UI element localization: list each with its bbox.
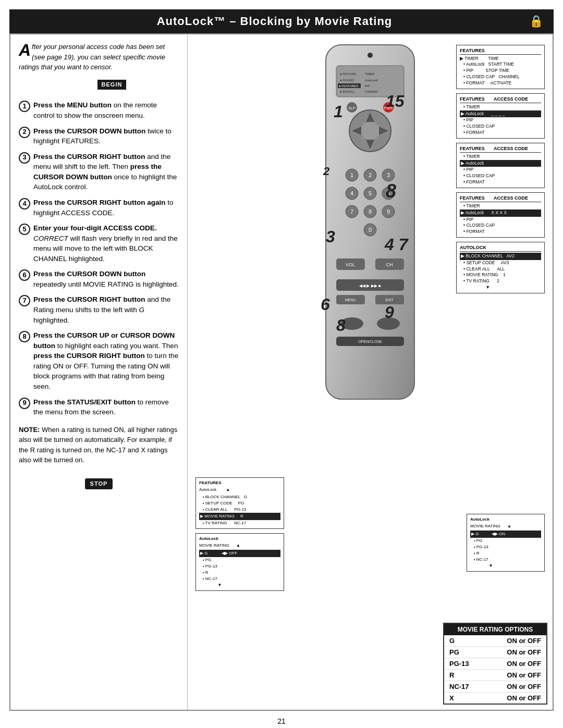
begin-badge: BEGIN bbox=[97, 80, 127, 90]
rating-row-x: X ON or OFF bbox=[444, 693, 546, 704]
svg-text:VOL: VOL bbox=[346, 262, 355, 267]
step-8: 8 Press the CURSOR UP or CURSOR DOWN but… bbox=[19, 330, 179, 391]
step-num-7: 7 bbox=[19, 295, 30, 306]
svg-text:CH: CH bbox=[386, 262, 393, 267]
rating-r-option: ON or OFF bbox=[507, 671, 541, 679]
step-num-3: 3 bbox=[19, 152, 30, 164]
step-num-5: 5 bbox=[19, 224, 30, 235]
step-8-bold: Press the CURSOR UP or CURSOR DOWN butto… bbox=[33, 331, 175, 350]
step-overlay-8: 8 bbox=[386, 180, 396, 202]
rating-pg-option: ON or OFF bbox=[507, 648, 541, 656]
rating-row-r: R ON or OFF bbox=[444, 670, 546, 681]
rating-pg13-label: PG-13 bbox=[449, 660, 478, 668]
step-overlay-9: 9 bbox=[385, 303, 394, 322]
step-num-1: 1 bbox=[19, 101, 30, 112]
final-movie-rating-screen: AutoLock MOVIE RATING ▲ ▶ G ◀▶ ON • PG •… bbox=[467, 514, 545, 572]
rating-row-nc17: NC-17 ON or OFF bbox=[444, 681, 546, 693]
screen-features-3: FEATURES ACCESS CODE • TIMER ▶ AutoLock … bbox=[456, 143, 545, 188]
step-6: 6 Press the CURSOR DOWN button repeatedl… bbox=[19, 269, 179, 289]
svg-text:3: 3 bbox=[387, 172, 390, 178]
screen-features-4: FEATURES ACCESS CODE • TIMER ▶ AutoLock … bbox=[456, 192, 545, 238]
step-5: 5 Enter your four-digit ACCESS CODE. COR… bbox=[19, 223, 179, 264]
intro-text: A fter your personal access code has bee… bbox=[19, 42, 179, 72]
step-5-bold: Enter your four-digit ACCESS CODE. bbox=[33, 224, 157, 232]
rating-row-g: G ON or OFF bbox=[444, 635, 546, 647]
rating-g-label: G bbox=[449, 637, 478, 645]
step-overlay-34: 4 7 bbox=[385, 235, 408, 254]
svg-text:EXIT: EXIT bbox=[385, 298, 394, 302]
step-num-8: 8 bbox=[19, 331, 30, 342]
step-4: 4 Press the CURSOR RIGHT button again to… bbox=[19, 198, 179, 218]
rating-x-option: ON or OFF bbox=[507, 694, 541, 702]
step-1: 1 Press the MENU button on the remote co… bbox=[19, 100, 179, 120]
rating-pg13-option: ON or OFF bbox=[507, 660, 541, 668]
rating-g-option: ON or OFF bbox=[507, 637, 541, 645]
svg-text:● FEATURES: ● FEATURES bbox=[339, 84, 358, 88]
step-overlay-1: 1 bbox=[334, 102, 343, 121]
svg-text:AutoLock: AutoLock bbox=[365, 79, 378, 82]
step-2-bold: Press the CURSOR DOWN button bbox=[33, 127, 145, 135]
step-7: 7 Press the CURSOR RIGHT button and the … bbox=[19, 294, 179, 325]
svg-point-13 bbox=[361, 121, 380, 140]
step-3: 3 Press the CURSOR RIGHT button and the … bbox=[19, 152, 179, 192]
step-2: 2 Press the CURSOR DOWN button twice to … bbox=[19, 126, 179, 146]
step-overlay-15: 15 bbox=[386, 92, 405, 111]
step-4-bold: Press the CURSOR RIGHT button again bbox=[33, 199, 166, 206]
note-label: NOTE: bbox=[19, 426, 40, 434]
svg-text:● PICTURE: ● PICTURE bbox=[340, 72, 357, 76]
note-section: NOTE: When a rating is turned ON, all hi… bbox=[19, 425, 179, 489]
svg-text:SLP: SLP bbox=[348, 106, 356, 110]
svg-text:8: 8 bbox=[369, 208, 372, 215]
main-container: A fter your personal access code has bee… bbox=[9, 33, 554, 711]
svg-text:FORMAT: FORMAT bbox=[365, 90, 378, 93]
page-header: AutoLock™ – Blocking by Movie Rating 🔒 bbox=[9, 9, 554, 33]
svg-text:MENU: MENU bbox=[345, 298, 356, 302]
rating-r-label: R bbox=[449, 671, 478, 679]
rating-options-table: Movie Rating Options G ON or OFF PG ON o… bbox=[443, 623, 547, 705]
rating-row-pg: PG ON or OFF bbox=[444, 647, 546, 658]
rating-nc17-option: ON or OFF bbox=[507, 683, 541, 690]
svg-text:● INSTALL: ● INSTALL bbox=[340, 90, 356, 93]
svg-text:7: 7 bbox=[350, 208, 353, 215]
step-9: 9 Press the STATUS/EXIT button to remove… bbox=[19, 397, 179, 417]
svg-text:OPEN/CLOSE: OPEN/CLOSE bbox=[358, 340, 382, 343]
svg-text:TIMER: TIMER bbox=[365, 72, 375, 76]
svg-text:4: 4 bbox=[350, 190, 353, 196]
svg-text:9: 9 bbox=[387, 208, 390, 215]
lock-icon: 🔒 bbox=[529, 15, 543, 28]
page-number: 21 bbox=[0, 713, 563, 728]
screen-autolock-1: AutoLock ▶ BLOCK CHANNEL AV2 • SETUP COD… bbox=[456, 242, 545, 293]
step-num-2: 2 bbox=[19, 127, 30, 138]
step-overlay-8b: 8 bbox=[336, 316, 346, 335]
page-title: AutoLock™ – Blocking by Movie Rating bbox=[20, 15, 529, 28]
svg-text:● SOUND: ● SOUND bbox=[340, 79, 354, 82]
screen-features-2: FEATURES ACCESS CODE • TIMER ▶ AutoLock … bbox=[456, 93, 545, 139]
drop-cap: A bbox=[19, 42, 31, 58]
step-3-bold: Press the CURSOR RIGHT button bbox=[33, 153, 145, 161]
step-num-6: 6 bbox=[19, 269, 30, 281]
svg-text:1: 1 bbox=[350, 172, 353, 178]
svg-point-1 bbox=[368, 53, 373, 58]
note-text: When a rating is turned ON, all higher r… bbox=[19, 426, 177, 464]
step-7-bold: Press the CURSOR RIGHT button bbox=[33, 295, 145, 303]
left-panel: A fter your personal access code has bee… bbox=[10, 34, 188, 710]
rating-nc17-label: NC-17 bbox=[449, 683, 478, 690]
step-6-bold: Press the CURSOR DOWN button bbox=[33, 270, 145, 278]
screen-features-1: FEATURES ▶ TIMER TIME • AutoLock START T… bbox=[456, 45, 545, 89]
rating-row-pg13: PG-13 ON or OFF bbox=[444, 658, 546, 670]
step-overlay-2: 2 bbox=[323, 165, 329, 178]
step-overlay-6: 6 bbox=[321, 295, 330, 314]
right-panel: ● PICTURE TIMER ● SOUND AutoLock ● FEATU… bbox=[188, 34, 553, 710]
step-9-bold: Press the STATUS/EXIT button bbox=[33, 398, 136, 406]
step-num-4: 4 bbox=[19, 198, 30, 209]
right-screens: FEATURES ▶ TIMER TIME • AutoLock START T… bbox=[456, 45, 545, 293]
svg-text:PIP: PIP bbox=[365, 84, 370, 88]
svg-text:0: 0 bbox=[369, 227, 372, 233]
stop-badge: STOP bbox=[85, 478, 113, 489]
svg-text:5: 5 bbox=[369, 190, 372, 196]
step-1-bold: Press the MENU button bbox=[33, 101, 112, 109]
screen-autolock-movie-2: AutoLock MOVIE RATING ▲ ▶ G ◀▶ OFF • PG … bbox=[195, 533, 284, 591]
step-overlay-7: 3 bbox=[326, 227, 335, 246]
rating-pg-label: PG bbox=[449, 648, 478, 656]
intro-body: fter your personal access code has been … bbox=[19, 43, 165, 71]
